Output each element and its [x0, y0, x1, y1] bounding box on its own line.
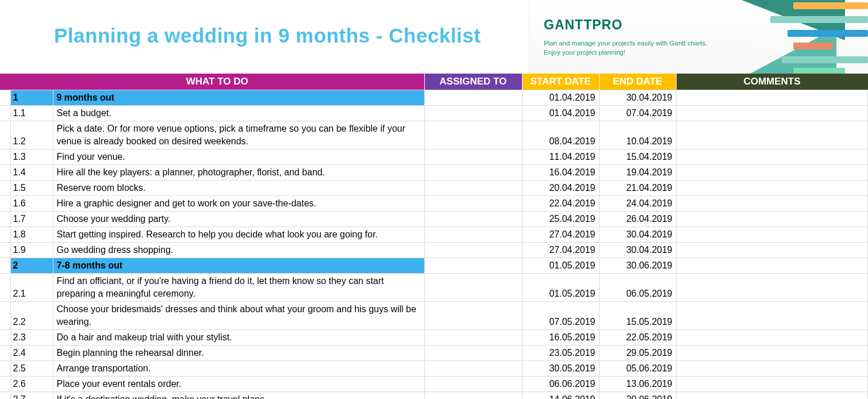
- row-comments[interactable]: [676, 243, 868, 258]
- row-comments[interactable]: [676, 361, 868, 377]
- row-comments[interactable]: [676, 121, 868, 149]
- row-comments[interactable]: [676, 377, 868, 392]
- table-row[interactable]: 1.2Pick a date. Or for more venue option…: [0, 121, 868, 149]
- table-row[interactable]: 1.9Go wedding dress shopping.27.04.20193…: [0, 243, 868, 258]
- row-index: 1: [10, 90, 53, 106]
- row-index: 1.7: [10, 212, 53, 227]
- row-comments[interactable]: [676, 149, 868, 165]
- row-start-date: 01.05.2019: [522, 274, 599, 302]
- row-assigned[interactable]: [424, 330, 522, 346]
- row-comments[interactable]: [676, 302, 868, 330]
- row-comments[interactable]: [676, 392, 868, 400]
- row-assigned[interactable]: [424, 227, 522, 243]
- row-end-date: 26.04.2019: [599, 212, 676, 227]
- row-index: 2.3: [10, 330, 53, 346]
- header-comments: COMMENTS: [676, 74, 868, 90]
- row-what: Arrange transportation.: [53, 361, 424, 377]
- row-assigned[interactable]: [424, 181, 522, 196]
- row-start-date: 23.05.2019: [522, 346, 599, 361]
- table-row[interactable]: 2.5Arrange transportation.30.05.201905.0…: [0, 361, 868, 377]
- row-index: 1.8: [10, 227, 53, 243]
- row-gutter: [0, 361, 10, 377]
- row-comments[interactable]: [676, 330, 868, 346]
- row-end-date: 15.05.2019: [599, 302, 676, 330]
- row-gutter: [0, 377, 10, 392]
- row-what: 9 months out: [53, 90, 424, 106]
- row-comments[interactable]: [676, 227, 868, 243]
- row-assigned[interactable]: [424, 243, 522, 258]
- row-comments[interactable]: [676, 274, 868, 302]
- row-comments[interactable]: [676, 212, 868, 227]
- row-comments[interactable]: [676, 165, 868, 181]
- row-start-date: 20.04.2019: [522, 181, 599, 196]
- row-assigned[interactable]: [424, 149, 522, 165]
- row-end-date: 24.04.2019: [599, 196, 676, 212]
- row-assigned[interactable]: [424, 121, 522, 149]
- row-start-date: 11.04.2019: [522, 149, 599, 165]
- row-comments[interactable]: [676, 196, 868, 212]
- row-what: Go wedding dress shopping.: [53, 243, 424, 258]
- table-row[interactable]: 1.3Find your venue.11.04.201915.04.2019: [0, 149, 868, 165]
- row-assigned[interactable]: [424, 302, 522, 330]
- row-comments[interactable]: [676, 181, 868, 196]
- row-end-date: 05.06.2019: [599, 361, 676, 377]
- header-row: WHAT TO DO ASSIGNED TO START DATE END DA…: [0, 74, 868, 90]
- table-row[interactable]: 1.8Start getting inspired. Research to h…: [0, 227, 868, 243]
- row-comments[interactable]: [676, 346, 868, 361]
- row-assigned[interactable]: [424, 258, 522, 274]
- promo-text: GANTTPRO Plan and manage your projects e…: [529, 0, 713, 57]
- table-row[interactable]: 2.1Find an officiant, or if you're havin…: [0, 274, 868, 302]
- row-assigned[interactable]: [424, 165, 522, 181]
- row-gutter: [0, 243, 10, 258]
- table-row[interactable]: 2.2Choose your bridesmaids' dresses and …: [0, 302, 868, 330]
- row-what: Begin planning the rehearsal dinner.: [53, 346, 424, 361]
- row-gutter: [0, 212, 10, 227]
- row-assigned[interactable]: [424, 377, 522, 392]
- row-comments[interactable]: [676, 90, 868, 106]
- promo-panel: GANTTPRO Plan and manage your projects e…: [529, 0, 868, 74]
- row-index: 2.7: [10, 392, 53, 400]
- row-comments[interactable]: [676, 258, 868, 274]
- row-what: Find your venue.: [53, 149, 424, 165]
- header-what: WHAT TO DO: [10, 74, 424, 90]
- table-row[interactable]: 2.4Begin planning the rehearsal dinner.2…: [0, 346, 868, 361]
- row-assigned[interactable]: [424, 106, 522, 121]
- row-start-date: 01.05.2019: [522, 258, 599, 274]
- table-row[interactable]: 1.5Reserve room blocks.20.04.201921.04.2…: [0, 181, 868, 196]
- promo-subtitle: Plan and manage your projects easily wit…: [544, 39, 713, 57]
- row-end-date: 30.04.2019: [599, 243, 676, 258]
- row-end-date: 30.04.2019: [599, 90, 676, 106]
- row-start-date: 01.04.2019: [522, 106, 599, 121]
- row-end-date: 10.04.2019: [599, 121, 676, 149]
- row-assigned[interactable]: [424, 90, 522, 106]
- table-row[interactable]: 2.7If it's a destination wedding, make y…: [0, 392, 868, 400]
- table-row[interactable]: 1.6Hire a graphic designer and get to wo…: [0, 196, 868, 212]
- row-assigned[interactable]: [424, 196, 522, 212]
- row-assigned[interactable]: [424, 274, 522, 302]
- table-row[interactable]: 1.4Hire all the key players: a planner, …: [0, 165, 868, 181]
- row-end-date: 19.04.2019: [599, 165, 676, 181]
- row-index: 1.1: [10, 106, 53, 121]
- table-row[interactable]: 2.6Place your event rentals order.06.06.…: [0, 377, 868, 392]
- table-row[interactable]: 1.7Choose your wedding party.25.04.20192…: [0, 212, 868, 227]
- row-end-date: 20.06.2019: [599, 392, 676, 400]
- row-assigned[interactable]: [424, 361, 522, 377]
- row-gutter: [0, 181, 10, 196]
- row-assigned[interactable]: [424, 212, 522, 227]
- row-end-date: 13.06.2019: [599, 377, 676, 392]
- row-index: 2: [10, 258, 53, 274]
- row-assigned[interactable]: [424, 346, 522, 361]
- table-row[interactable]: 2.3Do a hair and makeup trial with your …: [0, 330, 868, 346]
- row-end-date: 30.04.2019: [599, 227, 676, 243]
- row-end-date: 30.06.2019: [599, 258, 676, 274]
- row-start-date: 30.05.2019: [522, 361, 599, 377]
- table-row[interactable]: 27-8 months out01.05.201930.06.2019: [0, 258, 868, 274]
- table-row[interactable]: 19 months out01.04.201930.04.2019: [0, 90, 868, 106]
- row-comments[interactable]: [676, 106, 868, 121]
- header-end: END DATE: [599, 74, 676, 90]
- row-gutter: [0, 346, 10, 361]
- table-row[interactable]: 1.1Set a budget.01.04.201907.04.2019: [0, 106, 868, 121]
- row-what: Do a hair and makeup trial with your sty…: [53, 330, 424, 346]
- row-gutter: [0, 274, 10, 302]
- row-assigned[interactable]: [424, 392, 522, 400]
